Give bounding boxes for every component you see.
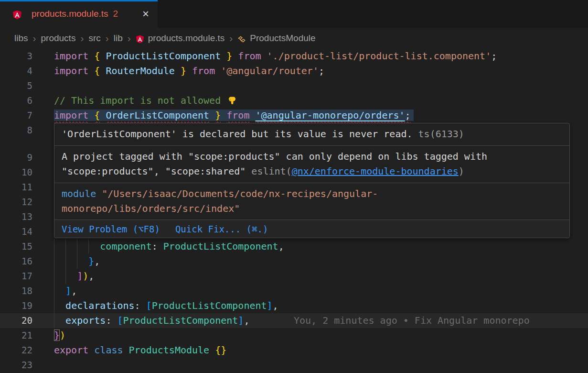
module-path-line2: monorepo/libs/orders/src/index" bbox=[62, 203, 240, 214]
eslint-message-line1: A project tagged with "scope:products" c… bbox=[62, 151, 487, 162]
indent-guide bbox=[54, 298, 54, 313]
symbol-class-icon bbox=[237, 35, 246, 44]
ts-error-code: ts(6133) bbox=[418, 128, 464, 140]
eslint-source-open: eslint( bbox=[251, 165, 291, 177]
code-line-15[interactable]: 15 component: ProductListComponent, bbox=[0, 239, 588, 254]
line-number: 10 bbox=[0, 165, 32, 180]
code-text: ], bbox=[54, 285, 77, 296]
code-text: import { ProductListComponent } from './… bbox=[54, 50, 497, 62]
line-number: 15 bbox=[0, 239, 32, 254]
tab-products-module[interactable]: products.module.ts 2 × bbox=[0, 0, 158, 28]
quick-fix-action[interactable]: Quick Fix... (⌘.) bbox=[175, 224, 268, 234]
line-number: 21 bbox=[0, 328, 32, 343]
hover-actions: View Problem (⌥F8) Quick Fix... (⌘.) bbox=[54, 219, 569, 238]
git-blame-annotation: You, 2 minutes ago • Fix Angular monorep… bbox=[294, 313, 530, 328]
line-number: 14 bbox=[0, 224, 32, 239]
indent-guide bbox=[54, 269, 54, 284]
code-line-6[interactable]: 6// This import is not allowed bbox=[0, 93, 588, 108]
breadcrumb-item-src[interactable]: src bbox=[88, 33, 100, 44]
code-line-5[interactable]: 5 bbox=[0, 78, 588, 93]
indent-guide bbox=[54, 284, 54, 298]
code-text: export class ProductsModule {} bbox=[54, 344, 226, 356]
code-line-23[interactable]: 23 bbox=[0, 358, 588, 373]
code-text: declarations: [ProductListComponent], bbox=[54, 300, 278, 311]
module-path-line1: "/Users/isaac/Documents/code/nx-recipes/… bbox=[96, 188, 378, 199]
code-text: ]), bbox=[54, 270, 94, 282]
code-line-22[interactable]: 22export class ProductsModule {} bbox=[0, 343, 588, 358]
code-text: import { OrderListComponent } from '@ang… bbox=[54, 110, 414, 121]
line-number: 12 bbox=[0, 195, 32, 209]
indent-guide bbox=[77, 254, 77, 269]
tab-problem-count: 2 bbox=[113, 9, 118, 19]
line-number: 22 bbox=[0, 343, 32, 358]
code-line-17[interactable]: 17 ]), bbox=[0, 269, 588, 284]
line-number: 4 bbox=[0, 64, 32, 78]
code-text: exports: [ProductListComponent], bbox=[54, 315, 249, 326]
code-line-7[interactable]: 7import { OrderListComponent } from '@an… bbox=[0, 108, 588, 123]
chevron-right-icon: › bbox=[106, 33, 109, 44]
problem-hover-widget: 'OrderListComponent' is declared but its… bbox=[54, 123, 570, 238]
chevron-right-icon: › bbox=[33, 33, 36, 44]
ts-error-text: 'OrderListComponent' is declared but its… bbox=[62, 128, 418, 140]
breadcrumb-item-lib[interactable]: lib bbox=[114, 33, 123, 44]
indent-guide bbox=[54, 239, 54, 254]
pointing-down-emoji bbox=[227, 95, 237, 104]
line-number: 3 bbox=[0, 49, 32, 64]
breadcrumb-item-file[interactable]: products.module.ts bbox=[148, 33, 225, 44]
close-tab-button[interactable]: × bbox=[142, 8, 149, 20]
indent-guide bbox=[54, 254, 54, 269]
module-keyword: module bbox=[62, 188, 96, 199]
indent-guide bbox=[65, 239, 66, 254]
code-line-3[interactable]: 3import { ProductListComponent } from '.… bbox=[0, 49, 588, 64]
line-number: 16 bbox=[0, 254, 32, 269]
line-number: 6 bbox=[0, 93, 32, 108]
code-line-4[interactable]: 4import { RouterModule } from '@angular/… bbox=[0, 64, 588, 78]
line-number: 13 bbox=[0, 209, 32, 224]
code-line-20[interactable]: 20 exports: [ProductListComponent],You, … bbox=[0, 313, 588, 328]
breadcrumb-item-symbol[interactable]: ProductsModule bbox=[250, 33, 315, 44]
line-number: 20 bbox=[0, 313, 32, 328]
eslint-message-line2: "scope:products", "scope:shared" bbox=[62, 165, 251, 177]
indent-guide bbox=[77, 239, 77, 254]
line-number: 7 bbox=[0, 108, 32, 123]
eslint-source-close: ) bbox=[459, 165, 464, 177]
line-number: 23 bbox=[0, 358, 32, 373]
line-number: 19 bbox=[0, 298, 32, 313]
tab-title: products.module.ts bbox=[32, 9, 108, 19]
code-line-16[interactable]: 16 }, bbox=[0, 254, 588, 269]
breadcrumb-item-products[interactable]: products bbox=[41, 33, 76, 44]
chevron-right-icon: › bbox=[229, 33, 233, 44]
view-problem-action[interactable]: View Problem (⌥F8) bbox=[62, 224, 160, 234]
vscode-window: products.module.ts 2 × libs › products ›… bbox=[0, 0, 588, 373]
breadcrumb: libs › products › src › lib › products.m… bbox=[0, 28, 588, 49]
code-text: }) bbox=[54, 329, 65, 341]
line-number: 9 bbox=[0, 150, 32, 165]
indent-guide bbox=[65, 269, 66, 284]
hover-module-path: module "/Users/isaac/Documents/code/nx-r… bbox=[54, 183, 569, 219]
active-tab-indicator bbox=[0, 0, 158, 1]
line-number: 17 bbox=[0, 269, 32, 284]
code-line-18[interactable]: 18 ], bbox=[0, 284, 588, 298]
chevron-right-icon: › bbox=[80, 33, 84, 44]
code-text: import { RouterModule } from '@angular/r… bbox=[54, 65, 324, 77]
eslint-rule-link[interactable]: @nx/enforce-module-boundaries bbox=[292, 165, 459, 177]
line-number: 18 bbox=[0, 284, 32, 298]
angular-icon bbox=[12, 10, 22, 20]
hover-ts-message: 'OrderListComponent' is declared but its… bbox=[54, 123, 569, 145]
code-text: // This import is not allowed bbox=[54, 95, 237, 106]
code-line-19[interactable]: 19 declarations: [ProductListComponent], bbox=[0, 298, 588, 313]
angular-icon bbox=[136, 35, 144, 44]
code-editor[interactable]: 3import { ProductListComponent } from '.… bbox=[0, 49, 588, 373]
line-number: 5 bbox=[0, 78, 32, 93]
line-number: 11 bbox=[0, 180, 32, 195]
breadcrumb-item-libs[interactable]: libs bbox=[14, 33, 28, 44]
indent-guide bbox=[65, 254, 66, 269]
code-line-21[interactable]: 21}) bbox=[0, 328, 588, 343]
chevron-right-icon: › bbox=[128, 33, 131, 44]
indent-guide bbox=[88, 239, 89, 254]
tab-bar: products.module.ts 2 × bbox=[0, 0, 588, 28]
line-number: 8 bbox=[0, 123, 32, 138]
indent-guide bbox=[54, 313, 54, 328]
hover-eslint-message: A project tagged with "scope:products" c… bbox=[54, 145, 569, 183]
